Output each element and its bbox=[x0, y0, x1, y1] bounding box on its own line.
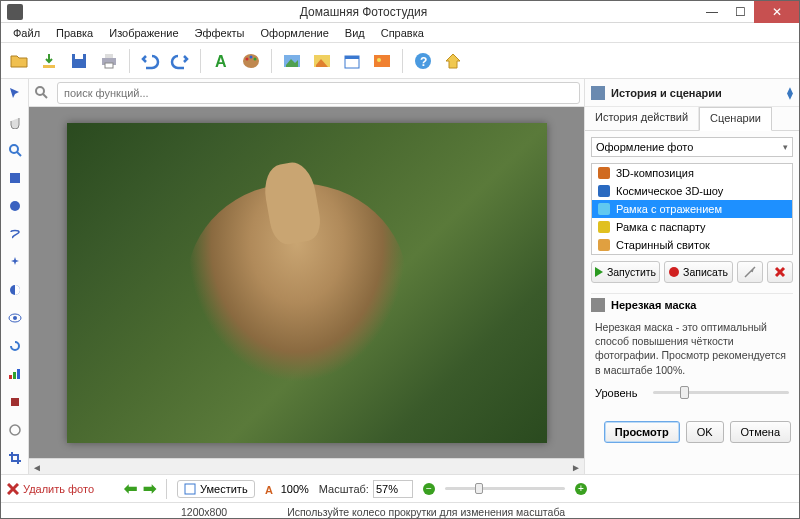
text-zoom-icon: A bbox=[265, 483, 277, 495]
pin-icon[interactable]: ⧫ bbox=[787, 86, 793, 100]
save-button[interactable] bbox=[65, 47, 93, 75]
zoom-out-button[interactable]: − bbox=[423, 483, 435, 495]
scenario-item[interactable]: Космическое 3D-шоу bbox=[592, 182, 792, 200]
image1-button[interactable] bbox=[278, 47, 306, 75]
open-button[interactable] bbox=[5, 47, 33, 75]
palette-button[interactable] bbox=[237, 47, 265, 75]
ok-button[interactable]: OK bbox=[686, 421, 724, 443]
scenario-category-dropdown[interactable]: Оформление фото bbox=[591, 137, 793, 157]
record-button[interactable]: Записать bbox=[664, 261, 733, 283]
close-button[interactable]: ✕ bbox=[754, 1, 799, 23]
play-icon bbox=[595, 267, 603, 277]
status-bar: 1200x800 Используйте колесо прокрутки дл… bbox=[1, 502, 799, 519]
scenario-item-selected[interactable]: Рамка с отражением bbox=[592, 200, 792, 218]
level-label: Уровень bbox=[595, 387, 645, 399]
svg-line-34 bbox=[43, 94, 47, 98]
wand-tool[interactable] bbox=[4, 251, 26, 273]
svg-point-17 bbox=[377, 58, 381, 62]
zoom-slider[interactable] bbox=[445, 487, 565, 490]
crop-tool[interactable] bbox=[4, 447, 26, 469]
svg-point-24 bbox=[10, 201, 20, 211]
menu-view[interactable]: Вид bbox=[337, 25, 373, 41]
calendar-button[interactable] bbox=[338, 47, 366, 75]
left-toolbar bbox=[1, 79, 29, 474]
window-title: Домашняя Фотостудия bbox=[29, 5, 698, 19]
image3-button[interactable] bbox=[368, 47, 396, 75]
rect-select-tool[interactable] bbox=[4, 167, 26, 189]
svg-text:A: A bbox=[265, 484, 273, 495]
dimensions-label: 1200x800 bbox=[181, 506, 227, 518]
scale-input[interactable] bbox=[373, 480, 413, 498]
cancel-button[interactable]: Отмена bbox=[730, 421, 791, 443]
horizontal-scrollbar[interactable]: ◄ ► bbox=[29, 458, 584, 474]
help-button[interactable]: ? bbox=[409, 47, 437, 75]
redo-button[interactable] bbox=[166, 47, 194, 75]
export-button[interactable] bbox=[35, 47, 63, 75]
undo-button[interactable] bbox=[136, 47, 164, 75]
menu-help[interactable]: Справка bbox=[373, 25, 432, 41]
menu-file[interactable]: Файл bbox=[5, 25, 48, 41]
image2-button[interactable] bbox=[308, 47, 336, 75]
menu-design[interactable]: Оформление bbox=[253, 25, 337, 41]
tab-history[interactable]: История действий bbox=[585, 107, 699, 130]
fit-button[interactable]: Уместить bbox=[177, 480, 255, 498]
scenario-item[interactable]: 3D-композиция bbox=[592, 164, 792, 182]
svg-point-27 bbox=[13, 316, 17, 320]
svg-point-9 bbox=[254, 57, 257, 60]
brush-tool[interactable] bbox=[4, 419, 26, 441]
delete-scenario-button[interactable] bbox=[767, 261, 793, 283]
next-button[interactable]: ➡ bbox=[143, 479, 156, 498]
svg-rect-3 bbox=[105, 54, 113, 58]
levels-tool[interactable] bbox=[4, 363, 26, 385]
minimize-button[interactable]: — bbox=[698, 1, 726, 23]
mask-description: Нерезкая маска - это оптимальный способ … bbox=[595, 320, 789, 377]
maximize-button[interactable]: ☐ bbox=[726, 1, 754, 23]
contrast-tool[interactable] bbox=[4, 279, 26, 301]
search-input[interactable] bbox=[57, 82, 580, 104]
photo-image bbox=[67, 123, 547, 443]
scroll-right-button[interactable]: ► bbox=[568, 459, 584, 475]
wand-button[interactable] bbox=[737, 261, 763, 283]
tab-scenarios[interactable]: Сценарии bbox=[699, 107, 772, 131]
hand-tool[interactable] bbox=[4, 111, 26, 133]
canvas[interactable] bbox=[29, 107, 584, 458]
preview-button[interactable]: Просмотр bbox=[604, 421, 680, 443]
ellipse-select-tool[interactable] bbox=[4, 195, 26, 217]
app-icon bbox=[7, 4, 23, 20]
text-zoom-value: 100% bbox=[281, 483, 309, 495]
menu-edit[interactable]: Правка bbox=[48, 25, 101, 41]
scroll-left-button[interactable]: ◄ bbox=[29, 459, 45, 475]
stamp-tool[interactable] bbox=[4, 391, 26, 413]
home-button[interactable] bbox=[439, 47, 467, 75]
scenario-item[interactable]: Старинный свиток bbox=[592, 236, 792, 254]
search-icon bbox=[33, 84, 53, 102]
svg-line-22 bbox=[17, 152, 21, 156]
menu-effects[interactable]: Эффекты bbox=[187, 25, 253, 41]
svg-rect-15 bbox=[345, 56, 359, 59]
delete-photo-button[interactable]: Удалить фото bbox=[7, 483, 94, 495]
menu-image[interactable]: Изображение bbox=[101, 25, 186, 41]
swirl-tool[interactable] bbox=[4, 335, 26, 357]
prev-button[interactable]: ⬅ bbox=[124, 479, 137, 498]
scenario-item[interactable]: Рамка с паспарту bbox=[592, 218, 792, 236]
run-button[interactable]: Запустить bbox=[591, 261, 660, 283]
svg-point-7 bbox=[246, 57, 249, 60]
svg-point-21 bbox=[10, 145, 18, 153]
svg-text:A: A bbox=[215, 53, 227, 70]
text-button[interactable]: A bbox=[207, 47, 235, 75]
zoom-in-button[interactable]: + bbox=[575, 483, 587, 495]
pointer-tool[interactable] bbox=[4, 83, 26, 105]
menubar: Файл Правка Изображение Эффекты Оформлен… bbox=[1, 23, 799, 43]
svg-rect-39 bbox=[185, 484, 195, 494]
mask-icon bbox=[591, 298, 605, 312]
eye-tool[interactable] bbox=[4, 307, 26, 329]
svg-rect-1 bbox=[75, 54, 83, 59]
print-button[interactable] bbox=[95, 47, 123, 75]
titlebar: Домашняя Фотостудия — ☐ ✕ bbox=[1, 1, 799, 23]
level-slider[interactable] bbox=[653, 391, 789, 394]
lasso-tool[interactable] bbox=[4, 223, 26, 245]
bottom-bar: Удалить фото ⬅ ➡ Уместить A 100% Масштаб… bbox=[1, 474, 799, 502]
zoom-tool[interactable] bbox=[4, 139, 26, 161]
svg-text:?: ? bbox=[420, 55, 427, 69]
panel-title: История и сценарии bbox=[611, 87, 781, 99]
